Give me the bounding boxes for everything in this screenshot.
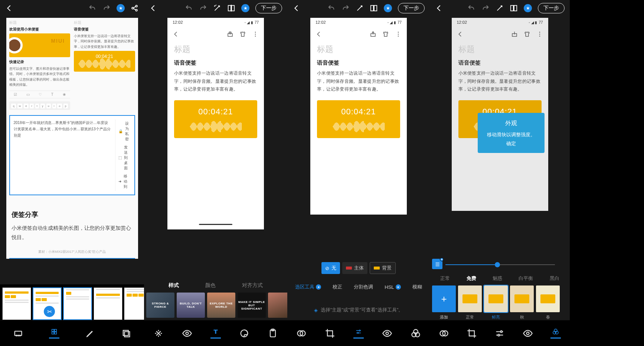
style-presets[interactable]: STRONG & FIERCE BUILD, DON'T TALK EXPLOR… — [144, 291, 287, 320]
sliders-icon[interactable] — [353, 328, 364, 339]
redo-icon[interactable] — [102, 4, 111, 12]
wand-icon[interactable] — [356, 4, 364, 12]
overlap-icon[interactable] — [439, 328, 449, 339]
eye-icon[interactable] — [182, 328, 192, 339]
crop-icon[interactable] — [467, 328, 477, 339]
mix-icon[interactable] — [550, 328, 561, 339]
clipboard-icon[interactable] — [268, 328, 278, 339]
undo-icon[interactable] — [88, 4, 97, 12]
svg-rect-12 — [124, 332, 130, 337]
wand-icon[interactable] — [213, 4, 221, 12]
appearance-tooltip[interactable]: 外观 移动滑块以调整强度。 确定 — [478, 113, 545, 153]
undo-icon[interactable] — [327, 4, 336, 12]
star-badge-icon[interactable]: ★ — [117, 4, 125, 12]
svg-rect-11 — [123, 330, 128, 335]
tab-hsl[interactable]: HSL ★ — [385, 284, 401, 290]
audio-card: 00:04:21 — [74, 51, 135, 72]
tab-color[interactable]: 颜色 — [205, 282, 216, 289]
back-icon — [457, 31, 464, 37]
style-card[interactable]: STRONG & FIERCE — [146, 293, 174, 318]
thumb[interactable] — [2, 287, 31, 320]
crop-selection[interactable]: 2018年一开年就好消息…界奥斯卡"的德国iF设计…年度设计奖获奖名单…项大奖，… — [9, 115, 135, 195]
next-button[interactable]: 下一步 — [538, 3, 565, 13]
cat-wb[interactable]: 白平衡 — [519, 275, 533, 282]
heading: 快速记录 — [9, 59, 71, 65]
tab-split-tone[interactable]: 分割色调 — [354, 284, 373, 290]
style-card[interactable]: EXPLORE THE WORLD — [207, 293, 235, 318]
layers-icon[interactable]: ≣★ — [432, 259, 442, 269]
compare-icon[interactable] — [510, 4, 518, 12]
slider-handle[interactable] — [495, 262, 500, 267]
intensity-slider[interactable]: ≣★ — [430, 258, 570, 271]
crop-icon[interactable] — [325, 328, 335, 339]
compare-icon[interactable] — [370, 4, 378, 12]
style-card[interactable]: ★ — [268, 293, 287, 318]
grid-icon[interactable] — [49, 328, 59, 339]
cat-normal[interactable]: 正常 — [440, 275, 450, 282]
heal-icon[interactable] — [153, 328, 164, 339]
redo-icon[interactable] — [341, 4, 350, 12]
region-background-button[interactable]: 背景 — [370, 262, 396, 274]
pencil-icon[interactable] — [85, 328, 95, 339]
thumb[interactable] — [94, 287, 122, 320]
text-icon[interactable] — [210, 328, 221, 339]
preset-item[interactable]: 春 — [536, 285, 560, 320]
star-badge-icon[interactable]: ★ — [384, 4, 392, 12]
style-card[interactable]: MAKE IT SIMPLE BUT SIGNIFICANT — [238, 293, 266, 318]
preset-item[interactable]: 秋 — [510, 285, 534, 320]
sliders-icon[interactable] — [494, 328, 505, 339]
star-badge-icon[interactable]: ★ — [241, 4, 249, 12]
scissors-icon[interactable]: ✂ — [44, 306, 55, 317]
preset-item[interactable]: 正常 — [458, 285, 482, 320]
overlap-icon[interactable] — [296, 328, 307, 339]
back-icon[interactable] — [149, 4, 157, 12]
back-icon[interactable] — [292, 4, 301, 12]
tab-align[interactable]: 对齐方式 — [242, 282, 263, 289]
canvas-preview[interactable]: 12:02◦ ◢ ▮ 77 标题 语音便签 小米便签支持一边说话一边将语音转文字… — [452, 18, 548, 211]
status-icons: ◦ ◢ ▮ 77 — [245, 20, 259, 25]
wand-icon[interactable] — [496, 4, 504, 12]
cat-free[interactable]: 免费 — [467, 275, 476, 282]
tooltip-confirm[interactable]: 确定 — [481, 139, 542, 148]
region-none-button[interactable]: ⊘无 — [321, 262, 340, 274]
svg-point-18 — [186, 332, 188, 334]
redo-icon[interactable] — [199, 4, 207, 12]
thumb[interactable] — [124, 287, 144, 320]
undo-icon[interactable] — [185, 4, 193, 12]
style-card[interactable]: BUILD, DON'T TALK — [177, 293, 205, 318]
waveform-icon — [177, 122, 254, 131]
next-button[interactable]: 下一步 — [255, 3, 282, 13]
svg-point-27 — [398, 36, 399, 36]
tab-blur[interactable]: 模糊 — [412, 284, 422, 290]
eye-icon[interactable] — [523, 328, 533, 339]
preset-item[interactable]: 鲜亮 — [484, 285, 508, 320]
region-subject-button[interactable]: 主体 — [342, 262, 367, 274]
tab-correct[interactable]: 校正 — [333, 284, 342, 290]
aspect-icon[interactable] — [13, 328, 23, 339]
tab-style[interactable]: 样式 — [169, 282, 179, 289]
menu-item[interactable]: ➜移动到 — [118, 172, 130, 191]
tab-selection[interactable]: 选区工具 ★ — [295, 284, 321, 290]
next-button[interactable]: 下一步 — [398, 3, 425, 13]
eye-icon[interactable] — [382, 328, 392, 339]
cat-charm[interactable]: 魅惑 — [493, 275, 502, 282]
menu-item[interactable]: ⬚发送到桌面 — [118, 143, 130, 172]
compare-icon[interactable] — [227, 4, 235, 12]
canvas-preview[interactable]: 12:02◦ ◢ ▮ 77 标题 语音便签 小米便签支持一边说话一边将语音转文字… — [310, 18, 407, 215]
preset-strip[interactable]: +添加 正常 鲜亮 秋 春 — [430, 283, 570, 320]
redo-icon[interactable] — [481, 4, 490, 12]
page-filmstrip[interactable]: ✂ — [0, 284, 144, 320]
back-icon[interactable] — [435, 4, 443, 12]
preset-add[interactable]: +添加 — [432, 285, 456, 320]
back-icon[interactable] — [5, 4, 13, 12]
cat-bw[interactable]: 黑白 — [550, 275, 559, 282]
undo-icon[interactable] — [467, 4, 475, 12]
mix-icon[interactable] — [411, 328, 421, 339]
share-icon[interactable] — [131, 4, 139, 12]
layers-icon[interactable] — [121, 328, 131, 339]
star-badge-icon[interactable]: ★ — [524, 4, 532, 12]
menu-item[interactable]: 🔒设为私密 — [118, 120, 130, 143]
paint-icon[interactable] — [239, 328, 249, 339]
canvas-preview[interactable]: 12:02◦ ◢ ▮ 77 标题 语音便签 小米便签支持一边说话一边将语音转文字… — [167, 18, 264, 229]
thumb[interactable] — [63, 287, 92, 320]
